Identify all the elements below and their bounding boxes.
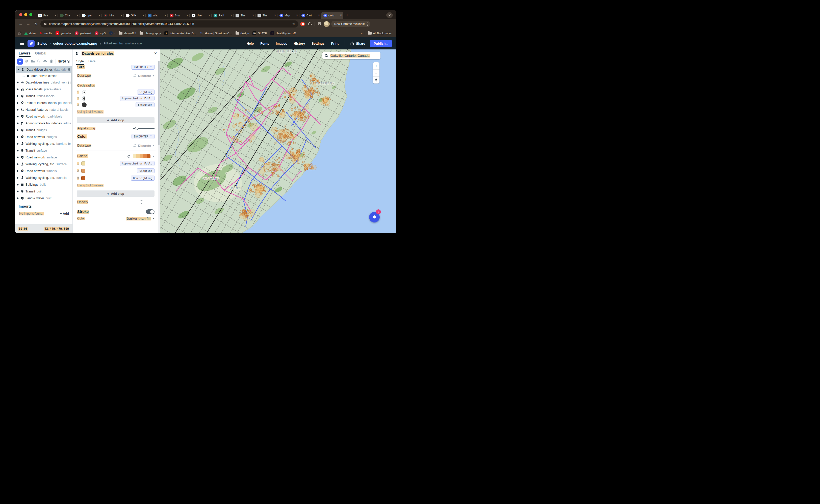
layer-row-poi-labels[interactable]: Point of interest labelspoi-labels <box>15 99 72 106</box>
tab-close-icon[interactable]: × <box>340 14 342 17</box>
studio-menu-settings[interactable]: Settings <box>312 42 324 45</box>
collapse-arrow-icon[interactable] <box>17 88 19 90</box>
size-field-chip[interactable]: ENCOUNTER"" <box>131 65 154 70</box>
layer-row-built[interactable]: Land & waterbuilt <box>15 195 72 201</box>
stop-value-chip[interactable]: Den Sighting <box>131 176 154 181</box>
all-bookmarks-button[interactable]: All Bookmarks <box>366 32 394 35</box>
breadcrumb-root[interactable]: Styles <box>37 42 47 45</box>
collapse-arrow-icon[interactable] <box>17 156 19 158</box>
tab-close-icon[interactable]: × <box>186 14 188 17</box>
collapse-arrow-icon[interactable] <box>17 190 19 192</box>
tab-close-icon[interactable]: × <box>98 14 100 17</box>
slider-knob[interactable] <box>140 200 143 204</box>
color-field-chip[interactable]: ENCOUNTER"" <box>131 134 154 139</box>
forward-button[interactable]: → <box>25 22 31 26</box>
collapse-arrow-icon[interactable] <box>17 116 19 118</box>
collapse-arrow-icon[interactable] <box>17 81 19 83</box>
layer-row-tunnels[interactable]: ARoad networktunnels <box>15 167 72 174</box>
breadcrumb-style-name[interactable]: colour palette example.png <box>53 42 97 45</box>
collapse-arrow-icon[interactable] <box>17 197 19 199</box>
browser-tab-colo[interactable]: colo× <box>321 12 343 19</box>
layer-row-road-labels[interactable]: ARoad networkroad-labels <box>15 113 72 120</box>
layer-row-barriers-bridges[interactable]: Walking, cycling, etc.barriers-bridges <box>15 140 72 147</box>
collapse-arrow-icon[interactable] <box>17 143 19 145</box>
browser-tab-the[interactable]: ≡The× <box>256 12 278 19</box>
tab-close-icon[interactable]: × <box>54 14 56 17</box>
browser-tab-cha[interactable]: Cha× <box>58 12 80 19</box>
bookmark-drive[interactable]: drive <box>22 31 37 35</box>
stop-value-chip[interactable]: Approached or Foll… <box>120 96 154 101</box>
adblock-icon[interactable] <box>300 22 306 26</box>
layer-filter[interactable]: 56/56 <box>55 59 70 64</box>
stop-value-chip[interactable]: Sighting <box>137 90 154 95</box>
collapse-arrow-icon[interactable] <box>17 170 19 172</box>
reload-button[interactable]: ↻ <box>33 22 39 26</box>
hide-layer-icon[interactable] <box>43 59 47 64</box>
back-button[interactable]: ← <box>18 22 24 26</box>
bookmark-shows-[interactable]: shows!!!!! <box>117 32 138 35</box>
browser-tab-the[interactable]: ≡The× <box>234 12 256 19</box>
palette-preview[interactable] <box>133 154 150 158</box>
drag-handle[interactable] <box>68 81 71 84</box>
layer-row-bridges[interactable]: Transitbridges <box>15 127 72 133</box>
bookmarks-overflow-button[interactable]: » <box>361 31 362 35</box>
browser-tab-cart[interactable]: Cart× <box>300 12 321 19</box>
color-add-stop-button[interactable]: +Add stop <box>77 190 154 197</box>
collapse-arrow-icon[interactable] <box>17 150 19 152</box>
studio-menu-fonts[interactable]: Fonts <box>260 42 269 45</box>
studio-menu-print[interactable]: Print <box>331 42 339 45</box>
zoom-out-button[interactable]: − <box>373 69 379 76</box>
extensions-icon[interactable] <box>307 21 313 27</box>
minimize-window-button[interactable] <box>24 13 27 16</box>
color-swatch[interactable] <box>81 161 85 165</box>
drag-handle[interactable] <box>68 68 70 71</box>
browser-tab-ope[interactable]: Gope× <box>80 12 102 19</box>
size-datatype-dropdown[interactable]: Discrete <box>133 74 154 78</box>
bookmark-design[interactable]: design <box>234 32 251 35</box>
tab-close-icon[interactable]: × <box>76 14 78 17</box>
tab-close-icon[interactable]: × <box>230 14 232 17</box>
bookmark-slate[interactable]: D2LSLATE <box>251 31 269 35</box>
imports-add-button[interactable]: + Add <box>60 212 69 215</box>
close-icon[interactable]: × <box>154 51 157 56</box>
browser-menu-icon[interactable] <box>367 22 368 26</box>
layer-row-surface[interactable]: Walking, cycling, etc.surface <box>15 161 72 167</box>
group-layers-icon[interactable] <box>31 59 35 64</box>
maximize-window-button[interactable] <box>29 13 32 16</box>
duplicate-layer-icon[interactable] <box>25 59 29 64</box>
bookmark-home-sheridan-c-[interactable]: SHome | Sheridan C... <box>198 31 234 35</box>
site-settings-icon[interactable] <box>43 22 47 26</box>
layer-row-admin[interactable]: Administrative boundariesadmin <box>15 120 72 127</box>
collapse-arrow-icon[interactable] <box>17 129 19 131</box>
collapse-arrow-icon[interactable] <box>17 102 19 104</box>
collapse-arrow-icon[interactable] <box>17 163 19 165</box>
tab-close-icon[interactable]: × <box>164 14 166 17</box>
bookmark-youtube[interactable]: ▶youtube <box>54 31 73 35</box>
bookmark-mp3[interactable]: Ymp3 <box>93 31 107 35</box>
select-on-map-icon[interactable] <box>37 59 41 64</box>
sublayer-row[interactable]: ...data-driven-circles <box>15 73 72 79</box>
style-options-icon[interactable] <box>100 42 100 45</box>
bookmark-photography[interactable]: photography <box>138 32 162 35</box>
color-datatype-dropdown[interactable]: Discrete <box>133 144 154 148</box>
opacity-slider[interactable] <box>133 200 154 204</box>
adjust-sizing-slider[interactable] <box>133 127 154 130</box>
tab-close-icon[interactable]: × <box>142 14 144 17</box>
window-controls[interactable] <box>15 10 36 19</box>
studio-menu-images[interactable]: Images <box>276 42 287 45</box>
tab-close-icon[interactable]: × <box>318 14 320 17</box>
collapse-arrow-icon[interactable] <box>17 136 19 138</box>
bookmark-usability-for-ixd[interactable]: ⁄Usability for IxD <box>269 31 298 35</box>
sublayer-ellipsis[interactable]: ... <box>22 74 25 78</box>
delete-layer-icon[interactable] <box>49 59 53 64</box>
size-add-stop-button[interactable]: +Add stop <box>77 117 154 123</box>
tab-close-icon[interactable]: × <box>252 14 254 17</box>
close-window-button[interactable] <box>19 13 22 16</box>
stroke-toggle[interactable] <box>146 209 154 214</box>
layer-row-transit-labels[interactable]: Transittransit-labels <box>15 93 72 99</box>
compass-button[interactable] <box>373 76 379 83</box>
tab-close-icon[interactable]: × <box>208 14 210 17</box>
menu-hamburger-icon[interactable] <box>18 42 26 45</box>
media-playlist-icon[interactable] <box>317 21 322 27</box>
color-swatch[interactable] <box>81 169 85 173</box>
